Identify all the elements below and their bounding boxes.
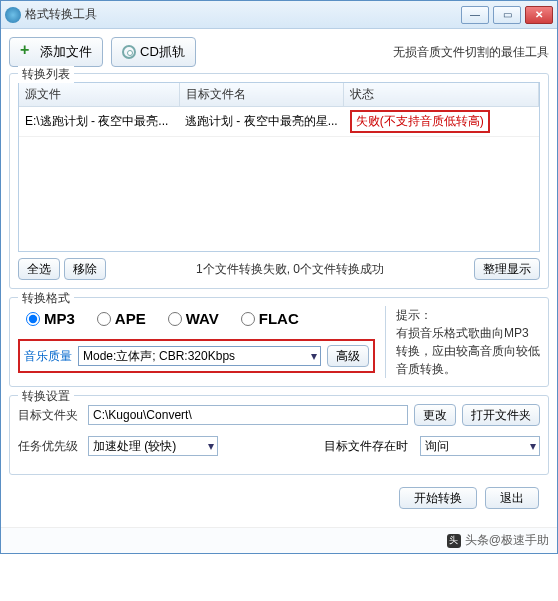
radio-mp3[interactable]: MP3 — [26, 310, 75, 327]
target-folder-row: 目标文件夹 更改 打开文件夹 — [18, 404, 540, 426]
window-title: 格式转换工具 — [25, 6, 461, 23]
radio-wav-input[interactable] — [168, 312, 182, 326]
priority-row: 任务优先级 加速处理 (较快) 目标文件存在时 询问 — [18, 436, 540, 456]
file-table: 源文件 目标文件名 状态 E:\逃跑计划 - 夜空中最亮... 逃跑计划 - 夜… — [19, 83, 539, 137]
col-target[interactable]: 目标文件名 — [179, 83, 344, 107]
close-button[interactable]: ✕ — [525, 6, 553, 24]
cd-rip-label: CD抓轨 — [140, 43, 185, 61]
radio-flac[interactable]: FLAC — [241, 310, 299, 327]
bottom-bar: 开始转换 退出 — [9, 483, 549, 519]
tip-head: 提示： — [396, 306, 540, 324]
priority-select[interactable]: 加速处理 (较快) — [88, 436, 218, 456]
toolbar-text: 无损音质文件切割的最佳工具 — [393, 44, 549, 61]
format-legend: 转换格式 — [18, 290, 74, 307]
exist-select[interactable]: 询问 — [420, 436, 540, 456]
titlebar: 格式转换工具 — ▭ ✕ — [1, 1, 557, 29]
cd-icon — [122, 45, 136, 59]
list-buttons: 全选 移除 1个文件转换失败, 0个文件转换成功 整理显示 — [18, 258, 540, 280]
settings-group: 转换设置 目标文件夹 更改 打开文件夹 任务优先级 加速处理 (较快) 目标文件… — [9, 395, 549, 475]
tip-body: 有损音乐格式歌曲向MP3转换，应由较高音质向较低音质转换。 — [396, 324, 540, 378]
window-controls: — ▭ ✕ — [461, 6, 553, 24]
format-row: MP3 APE WAV FLAC 音乐质量 Mode:立体声; CBR:320K… — [18, 306, 540, 378]
file-table-wrap[interactable]: 源文件 目标文件名 状态 E:\逃跑计划 - 夜空中最亮... 逃跑计划 - 夜… — [18, 82, 540, 252]
content: 添加文件 CD抓轨 无损音质文件切割的最佳工具 转换列表 源文件 目标文件名 状… — [1, 29, 557, 527]
minimize-button[interactable]: — — [461, 6, 489, 24]
add-file-button[interactable]: 添加文件 — [9, 37, 103, 67]
cell-source: E:\逃跑计划 - 夜空中最亮... — [19, 107, 179, 137]
start-convert-button[interactable]: 开始转换 — [399, 487, 477, 509]
summary-text: 1个文件转换失败, 0个文件转换成功 — [106, 261, 474, 278]
convert-list-legend: 转换列表 — [18, 66, 74, 83]
convert-list-group: 转换列表 源文件 目标文件名 状态 E:\逃跑计划 - 夜空中最亮... 逃跑计… — [9, 73, 549, 289]
radio-mp3-input[interactable] — [26, 312, 40, 326]
tidy-button[interactable]: 整理显示 — [474, 258, 540, 280]
change-button[interactable]: 更改 — [414, 404, 456, 426]
radio-ape[interactable]: APE — [97, 310, 146, 327]
footer-text: 头条@极速手助 — [465, 532, 549, 549]
cd-rip-button[interactable]: CD抓轨 — [111, 37, 196, 67]
app-icon — [5, 7, 21, 23]
col-source[interactable]: 源文件 — [19, 83, 179, 107]
target-folder-label: 目标文件夹 — [18, 407, 82, 424]
settings-legend: 转换设置 — [18, 388, 74, 405]
exist-label: 目标文件存在时 — [324, 438, 408, 455]
cell-status: 失败(不支持音质低转高) — [344, 107, 539, 137]
exit-button[interactable]: 退出 — [485, 487, 539, 509]
app-window: 格式转换工具 — ▭ ✕ 添加文件 CD抓轨 无损音质文件切割的最佳工具 转换列… — [0, 0, 558, 554]
quality-combo[interactable]: Mode:立体声; CBR:320Kbps — [78, 346, 321, 366]
radio-flac-input[interactable] — [241, 312, 255, 326]
toolbar: 添加文件 CD抓轨 无损音质文件切割的最佳工具 — [9, 37, 549, 67]
cell-target: 逃跑计划 - 夜空中最亮的星... — [179, 107, 344, 137]
target-folder-input[interactable] — [88, 405, 408, 425]
add-file-label: 添加文件 — [40, 43, 92, 61]
footer: 头 头条@极速手助 — [1, 527, 557, 553]
col-status[interactable]: 状态 — [344, 83, 539, 107]
maximize-button[interactable]: ▭ — [493, 6, 521, 24]
quality-row: 音乐质量 Mode:立体声; CBR:320Kbps 高级 — [18, 339, 375, 373]
plus-icon — [20, 44, 36, 60]
remove-button[interactable]: 移除 — [64, 258, 106, 280]
source-icon: 头 — [447, 534, 461, 548]
radio-ape-input[interactable] — [97, 312, 111, 326]
radio-wav[interactable]: WAV — [168, 310, 219, 327]
quality-label: 音乐质量 — [24, 348, 72, 365]
status-badge: 失败(不支持音质低转高) — [350, 110, 490, 133]
advanced-button[interactable]: 高级 — [327, 345, 369, 367]
priority-label: 任务优先级 — [18, 438, 82, 455]
tip-box: 提示： 有损音乐格式歌曲向MP3转换，应由较高音质向较低音质转换。 — [385, 306, 540, 378]
select-all-button[interactable]: 全选 — [18, 258, 60, 280]
format-radios: MP3 APE WAV FLAC — [18, 306, 375, 337]
format-group: 转换格式 MP3 APE WAV FLAC 音乐质量 Mode:立体声; CBR… — [9, 297, 549, 387]
table-row[interactable]: E:\逃跑计划 - 夜空中最亮... 逃跑计划 - 夜空中最亮的星... 失败(… — [19, 107, 539, 137]
open-folder-button[interactable]: 打开文件夹 — [462, 404, 540, 426]
